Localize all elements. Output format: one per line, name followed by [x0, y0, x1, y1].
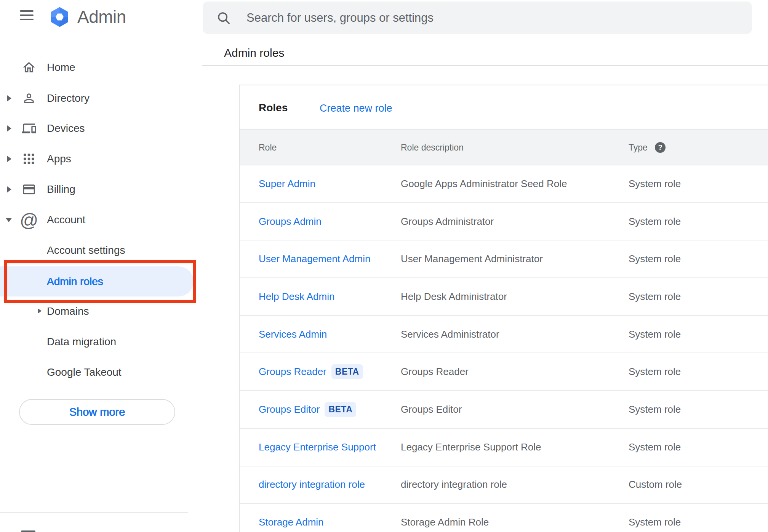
sidebar-item-apps[interactable]: Apps — [0, 144, 190, 174]
sidebar-item-home[interactable]: Home — [0, 52, 190, 83]
sidebar-divider — [0, 512, 188, 513]
collapse-arrow-icon[interactable] — [6, 218, 12, 222]
role-type: System role — [629, 165, 681, 202]
menu-button[interactable] — [20, 10, 34, 21]
sidebar-item-label: Devices — [47, 122, 85, 135]
role-type: Custom role — [629, 466, 682, 503]
role-description: directory integration role — [401, 466, 507, 503]
role-link[interactable]: directory integration role — [259, 479, 365, 490]
table-row: Help Desk Admin Help Desk Administrator … — [240, 277, 768, 315]
help-icon[interactable]: ? — [655, 142, 666, 153]
sidebar-item-devices[interactable]: Devices — [0, 113, 190, 144]
role-link[interactable]: Help Desk Admin — [259, 291, 334, 303]
card-title: Roles — [259, 102, 288, 114]
beta-badge: BETA — [325, 402, 356, 417]
table-row: Groups Reader BETA Groups Reader System … — [240, 353, 768, 390]
role-link[interactable]: User Management Admin — [259, 253, 370, 265]
sidebar-item-label: Domains — [47, 305, 89, 317]
sidebar-item-label: Google Takeout — [47, 366, 122, 378]
role-description: Services Administrator — [401, 316, 499, 353]
role-link[interactable]: Services Admin — [259, 328, 327, 340]
sidebar-item-label: Apps — [47, 153, 71, 165]
hamburger-icon — [20, 10, 34, 12]
roles-table: Super Admin Google Apps Administrator Se… — [240, 165, 768, 532]
admin-logo-icon — [49, 6, 70, 27]
show-more-button[interactable]: Show more — [19, 399, 175, 425]
table-row: Storage Admin Storage Admin Role System … — [240, 503, 768, 532]
sidebar-item-label: Directory — [47, 92, 90, 104]
column-header-description: Role description — [401, 130, 464, 165]
sidebar-item-google-takeout[interactable]: Google Takeout — [0, 357, 190, 388]
breadcrumb: Admin roles — [224, 46, 284, 59]
apps-icon — [22, 152, 36, 166]
table-row: Groups Admin Groups Administrator System… — [240, 202, 768, 240]
role-description: Legacy Enterprise Support Role — [401, 429, 541, 466]
role-type: System role — [629, 353, 681, 390]
sidebar-item-billing[interactable]: Billing — [0, 174, 190, 205]
create-new-role-link[interactable]: Create new role — [320, 103, 392, 114]
role-type: System role — [629, 278, 681, 315]
expand-arrow-icon[interactable] — [7, 156, 11, 162]
at-icon: @ — [22, 213, 36, 227]
google-admin-console: Admin Home Directory Devices — [0, 0, 768, 532]
sidebar-item-data-migration[interactable]: Data migration — [0, 327, 190, 357]
roles-card: Roles Create new role Role Role descript… — [239, 85, 768, 532]
role-description: Groups Reader — [401, 353, 469, 390]
role-link[interactable]: Super Admin — [259, 178, 315, 190]
role-description: User Management Administrator — [401, 240, 543, 277]
role-link[interactable]: Groups Admin — [259, 216, 322, 228]
partial-icon — [21, 530, 35, 532]
role-type: System role — [629, 203, 681, 240]
role-description: Storage Admin Role — [401, 504, 489, 532]
sidebar-item-label: Account settings — [47, 244, 125, 256]
table-row: Super Admin Google Apps Administrator Se… — [240, 165, 768, 202]
role-link[interactable]: Groups Editor — [259, 404, 320, 415]
role-description: Google Apps Administrator Seed Role — [401, 165, 567, 202]
search-input[interactable]: Search for users, groups or settings — [246, 2, 434, 34]
role-type: System role — [629, 391, 681, 428]
role-link[interactable]: Groups Reader — [259, 366, 326, 378]
sidebar-item-label: Billing — [47, 183, 75, 195]
sidebar-item-account[interactable]: @ Account — [0, 205, 190, 235]
credit-card-icon — [22, 182, 36, 197]
column-header-role: Role — [259, 130, 277, 165]
home-icon — [22, 60, 36, 75]
content-divider — [202, 65, 768, 66]
role-link[interactable]: Storage Admin — [259, 516, 324, 528]
table-row: directory integration role directory int… — [240, 466, 768, 503]
role-type: System role — [629, 240, 681, 277]
table-row: Legacy Enterprise Support Legacy Enterpr… — [240, 428, 768, 466]
expand-arrow-icon[interactable] — [7, 125, 11, 131]
role-description: Help Desk Administrator — [401, 278, 507, 315]
sidebar-item-label: Home — [47, 61, 75, 74]
expand-arrow-icon[interactable] — [7, 95, 11, 101]
role-type: System role — [629, 316, 681, 353]
sidebar-item-label: Data migration — [47, 336, 116, 348]
expand-arrow-icon[interactable] — [38, 308, 42, 314]
search-bar[interactable]: Search for users, groups or settings — [203, 2, 752, 34]
brand-title: Admin — [77, 5, 126, 29]
expand-arrow-icon[interactable] — [7, 186, 11, 192]
devices-icon — [22, 121, 36, 136]
role-description: Groups Administrator — [401, 203, 494, 240]
table-row: User Management Admin User Management Ad… — [240, 240, 768, 277]
role-type: System role — [629, 504, 681, 532]
table-row: Groups Editor BETA Groups Editor System … — [240, 390, 768, 428]
annotation-box — [4, 260, 196, 303]
table-row: Services Admin Services Administrator Sy… — [240, 315, 768, 353]
sidebar: Admin Home Directory Devices — [0, 0, 202, 532]
column-header-type: Type — [629, 130, 648, 165]
role-type: System role — [629, 429, 681, 466]
role-description: Groups Editor — [401, 391, 462, 428]
search-icon — [216, 11, 231, 25]
sidebar-item-directory[interactable]: Directory — [0, 83, 190, 114]
beta-badge: BETA — [331, 364, 363, 379]
person-icon — [22, 91, 36, 106]
sidebar-item-label: Account — [47, 214, 85, 226]
role-link[interactable]: Legacy Enterprise Support — [259, 441, 376, 453]
table-header: Role Role description Type ? — [240, 129, 768, 165]
